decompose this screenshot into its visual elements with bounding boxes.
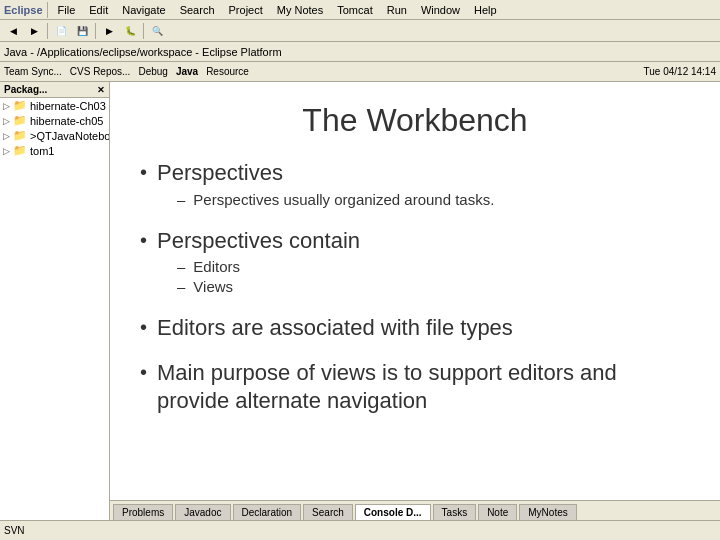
tree-expand-icon: ▷	[3, 146, 10, 156]
toolbar-save-btn[interactable]: 💾	[72, 22, 92, 40]
sub-text: Perspectives usually organized around ta…	[193, 191, 494, 208]
toolbar-back-btn[interactable]: ◀	[3, 22, 23, 40]
sep2	[95, 23, 96, 39]
slide-content: The Workbench • Perspectives – Perspecti…	[110, 82, 720, 500]
sub-dash: –	[177, 258, 185, 275]
bullet-dot: •	[140, 159, 147, 185]
tab-note[interactable]: Note	[478, 504, 517, 520]
tree-expand-icon: ▷	[3, 101, 10, 111]
sidebar: Packag... ✕ ▷ 📁 hibernate-Ch03 ▷ 📁 hiber…	[0, 82, 110, 520]
tab-console[interactable]: Console D...	[355, 504, 431, 520]
tab-search[interactable]: Search	[303, 504, 353, 520]
datetime-label: Tue 04/12 14:14	[644, 66, 716, 77]
sidebar-collapse-icon[interactable]: ✕	[97, 85, 105, 95]
folder-icon: 📁	[13, 144, 27, 157]
addressbar: Java - /Applications/eclipse/workspace -…	[0, 42, 720, 62]
statusbar: SVN	[0, 520, 720, 540]
tab-javadoc[interactable]: Javadoc	[175, 504, 230, 520]
menu-file[interactable]: File	[52, 3, 82, 17]
menu-tomcat[interactable]: Tomcat	[331, 3, 378, 17]
bullet-text-editors-assoc: Editors are associated with file types	[157, 315, 513, 340]
toolbar: ◀ ▶ 📄 💾 ▶ 🐛 🔍	[0, 20, 720, 42]
slide-title: The Workbench	[140, 102, 690, 139]
menu-mynotes[interactable]: My Notes	[271, 3, 329, 17]
sidebar-item-label: hibernate-ch05	[30, 115, 103, 127]
addressbar-text: Java - /Applications/eclipse/workspace -…	[4, 46, 282, 58]
sub-item: – Editors	[177, 258, 360, 275]
bullet-perspectives: • Perspectives – Perspectives usually or…	[140, 159, 690, 211]
folder-icon: 📁	[13, 99, 27, 112]
bullet-perspectives-contain: • Perspectives contain – Editors – Views	[140, 227, 690, 299]
menu-help[interactable]: Help	[468, 3, 503, 17]
menu-search[interactable]: Search	[174, 3, 221, 17]
bullet-dot: •	[140, 227, 147, 253]
sidebar-header-label: Packag...	[4, 84, 47, 95]
tab-declaration[interactable]: Declaration	[233, 504, 302, 520]
menu-project[interactable]: Project	[223, 3, 269, 17]
sub-list-perspectives: – Perspectives usually organized around …	[157, 191, 494, 208]
debug-label: Debug	[138, 66, 167, 77]
folder-icon: 📁	[13, 114, 27, 127]
bottom-tabs: Problems Javadoc Declaration Search Cons…	[110, 500, 720, 520]
sidebar-item-label: tom1	[30, 145, 54, 157]
tab-problems[interactable]: Problems	[113, 504, 173, 520]
team-sync-label: Team Sync...	[4, 66, 62, 77]
sub-list-contain: – Editors – Views	[157, 258, 360, 295]
sidebar-header: Packag... ✕	[0, 82, 109, 98]
toolbar-fwd-btn[interactable]: ▶	[24, 22, 44, 40]
sub-item: – Perspectives usually organized around …	[177, 191, 494, 208]
list-item[interactable]: ▷ 📁 tom1	[0, 143, 109, 158]
separator	[47, 2, 48, 18]
bullet-text-main-purpose: Main purpose of views is to support edit…	[157, 360, 617, 414]
toolbar-run-btn[interactable]: ▶	[99, 22, 119, 40]
sub-text-editors: Editors	[193, 258, 240, 275]
cvs-repos-label: CVS Repos...	[70, 66, 131, 77]
java-label: Java	[176, 66, 198, 77]
eclipse-logo: Eclipse	[4, 4, 43, 16]
list-item[interactable]: ▷ 📁 hibernate-ch05	[0, 113, 109, 128]
bullet-text-contain: Perspectives contain	[157, 228, 360, 253]
content-area: The Workbench • Perspectives – Perspecti…	[110, 82, 720, 520]
sub-dash: –	[177, 278, 185, 295]
bullet-editors: • Editors are associated with file types	[140, 314, 690, 343]
bullet-dot: •	[140, 314, 147, 340]
sidebar-item-label: >QTJavaNotebook	[30, 130, 109, 142]
tab-mynotes[interactable]: MyNotes	[519, 504, 576, 520]
folder-icon: 📁	[13, 129, 27, 142]
list-item[interactable]: ▷ 📁 >QTJavaNotebook	[0, 128, 109, 143]
bullet-main-purpose: • Main purpose of views is to support ed…	[140, 359, 690, 416]
toolbar-debug-btn[interactable]: 🐛	[120, 22, 140, 40]
resource-label: Resource	[206, 66, 249, 77]
list-item[interactable]: ▷ 📁 hibernate-Ch03	[0, 98, 109, 113]
tree-expand-icon: ▷	[3, 131, 10, 141]
bullet-text-perspectives: Perspectives	[157, 160, 283, 185]
sub-text-views: Views	[193, 278, 233, 295]
toolbar-search-btn[interactable]: 🔍	[147, 22, 167, 40]
menu-edit[interactable]: Edit	[83, 3, 114, 17]
menu-window[interactable]: Window	[415, 3, 466, 17]
sidebar-content: ▷ 📁 hibernate-Ch03 ▷ 📁 hibernate-ch05 ▷ …	[0, 98, 109, 520]
sub-item: – Views	[177, 278, 360, 295]
bullet-dot: •	[140, 359, 147, 385]
tree-expand-icon: ▷	[3, 116, 10, 126]
menu-run[interactable]: Run	[381, 3, 413, 17]
menu-navigate[interactable]: Navigate	[116, 3, 171, 17]
main-layout: Packag... ✕ ▷ 📁 hibernate-Ch03 ▷ 📁 hiber…	[0, 82, 720, 520]
tab-tasks[interactable]: Tasks	[433, 504, 477, 520]
infobar: Team Sync... CVS Repos... Debug Java Res…	[0, 62, 720, 82]
statusbar-text: SVN	[4, 525, 25, 536]
toolbar-new-btn[interactable]: 📄	[51, 22, 71, 40]
menubar: Eclipse File Edit Navigate Search Projec…	[0, 0, 720, 20]
sep1	[47, 23, 48, 39]
sep3	[143, 23, 144, 39]
sidebar-item-label: hibernate-Ch03	[30, 100, 106, 112]
sub-dash: –	[177, 191, 185, 208]
